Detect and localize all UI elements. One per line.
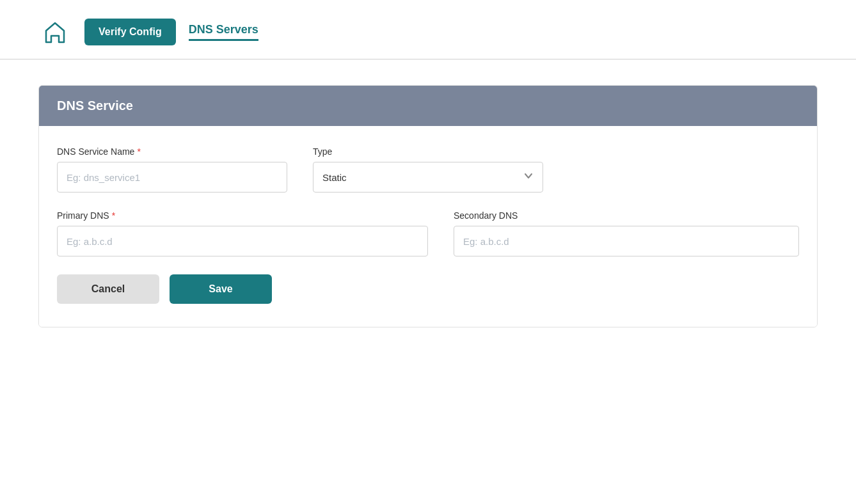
dns-service-card: DNS Service DNS Service Name * Type xyxy=(38,85,818,327)
type-select[interactable]: Static Dynamic xyxy=(313,162,543,193)
card-body: DNS Service Name * Type Static Dynamic xyxy=(39,126,817,327)
dns-servers-tab[interactable]: DNS Servers xyxy=(189,23,258,41)
required-star-primary: * xyxy=(112,210,115,221)
secondary-dns-input[interactable] xyxy=(454,226,799,256)
verify-config-button[interactable]: Verify Config xyxy=(84,19,176,45)
primary-dns-label: Primary DNS * xyxy=(57,210,428,221)
main-content: DNS Service DNS Service Name * Type xyxy=(0,59,856,353)
form-actions: Cancel Save xyxy=(57,274,799,304)
primary-dns-group: Primary DNS * xyxy=(57,210,428,256)
form-row-1: DNS Service Name * Type Static Dynamic xyxy=(57,146,799,193)
save-button[interactable]: Save xyxy=(170,274,272,304)
type-group: Type Static Dynamic xyxy=(313,146,543,193)
primary-dns-input[interactable] xyxy=(57,226,428,256)
dns-service-name-label: DNS Service Name * xyxy=(57,146,287,157)
dns-service-name-input[interactable] xyxy=(57,162,287,193)
dns-service-name-group: DNS Service Name * xyxy=(57,146,287,193)
app-header: Verify Config DNS Servers xyxy=(0,0,856,59)
form-row-2: Primary DNS * Secondary DNS xyxy=(57,210,799,256)
type-select-wrap: Static Dynamic xyxy=(313,162,543,193)
card-title: DNS Service xyxy=(57,98,133,113)
cancel-button[interactable]: Cancel xyxy=(57,274,159,304)
type-label: Type xyxy=(313,146,543,157)
secondary-dns-group: Secondary DNS xyxy=(454,210,799,256)
home-icon[interactable] xyxy=(38,15,72,49)
card-header: DNS Service xyxy=(39,86,817,126)
required-star-name: * xyxy=(137,146,140,157)
secondary-dns-label: Secondary DNS xyxy=(454,210,799,221)
